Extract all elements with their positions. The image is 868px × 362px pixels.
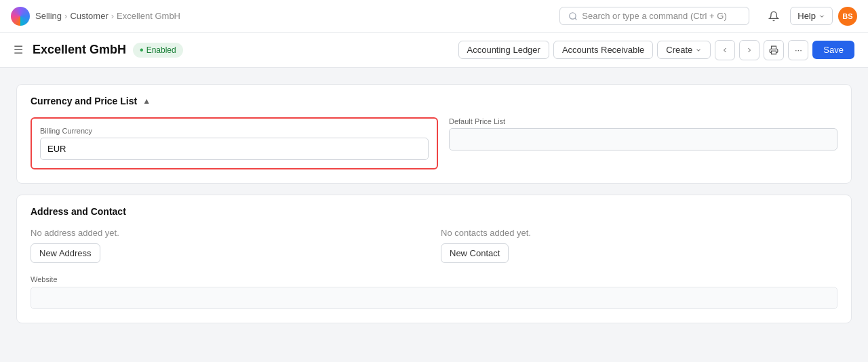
create-label: Create (666, 45, 692, 55)
contact-column: No contacts added yet. New Contact (441, 228, 837, 263)
svg-rect-2 (772, 51, 776, 54)
chevron-right-icon (745, 46, 753, 54)
save-button[interactable]: Save (812, 41, 854, 59)
prev-button[interactable] (715, 40, 735, 60)
currency-price-list-card: Currency and Price List ▲ Billing Curren… (16, 84, 852, 184)
page-header: ☰ Excellent GmbH Enabled Accounting Ledg… (0, 33, 868, 68)
chevron-down-icon (818, 13, 825, 20)
more-options-button[interactable]: ··· (788, 40, 808, 60)
billing-currency-section: Billing Currency (31, 117, 438, 169)
default-price-list-input[interactable] (449, 128, 837, 150)
billing-currency-group: Billing Currency (40, 127, 429, 160)
printer-icon (769, 45, 778, 55)
chevron-down-icon (695, 47, 702, 54)
avatar: BS (838, 7, 857, 26)
no-contacts-text: No contacts added yet. (441, 228, 837, 238)
breadcrumb-current: Excellent GmbH (117, 11, 180, 21)
no-address-text: No address added yet. (31, 228, 427, 238)
create-button[interactable]: Create (657, 41, 711, 59)
page-title: Excellent GmbH (33, 43, 126, 57)
address-contact-row: No address added yet. New Address No con… (31, 228, 837, 263)
address-contact-card: Address and Contact No address added yet… (16, 195, 852, 323)
breadcrumb: Selling › Customer › Excellent GmbH (35, 11, 180, 21)
website-input[interactable] (31, 287, 837, 309)
header-actions: Accounting Ledger Accounts Receivable Cr… (458, 40, 855, 60)
address-column: No address added yet. New Address (31, 228, 427, 263)
currency-form-row: Billing Currency Default Price List (31, 117, 837, 169)
app-logo (11, 7, 30, 26)
chevron-left-icon (721, 46, 729, 54)
new-address-button[interactable]: New Address (31, 243, 100, 263)
accounting-ledger-button[interactable]: Accounting Ledger (458, 41, 549, 59)
section-collapse-icon[interactable]: ▲ (142, 96, 151, 106)
billing-currency-label: Billing Currency (40, 127, 429, 135)
address-section-title: Address and Contact (31, 206, 126, 217)
search-bar[interactable]: Search or type a command (Ctrl + G) (559, 7, 749, 25)
address-section-header: Address and Contact (17, 195, 851, 228)
next-button[interactable] (739, 40, 760, 60)
breadcrumb-customer[interactable]: Customer (70, 11, 108, 21)
bell-icon (768, 11, 779, 22)
breadcrumb-selling[interactable]: Selling (35, 11, 62, 21)
svg-point-0 (570, 12, 576, 18)
menu-icon[interactable]: ☰ (14, 43, 23, 56)
topbar-actions: Help BS (763, 5, 857, 27)
breadcrumb-sep-1: › (64, 11, 67, 21)
currency-section-title: Currency and Price List (31, 96, 137, 106)
new-contact-button[interactable]: New Contact (441, 243, 509, 263)
address-card-body: No address added yet. New Address No con… (17, 228, 851, 323)
notification-bell-button[interactable] (763, 5, 785, 27)
status-badge: Enabled (133, 43, 183, 58)
ellipsis-icon: ··· (795, 45, 802, 55)
billing-currency-input[interactable] (40, 138, 429, 160)
help-button[interactable]: Help (790, 7, 833, 25)
status-label: Enabled (146, 45, 176, 55)
print-button[interactable] (764, 40, 784, 60)
breadcrumb-sep-2: › (111, 11, 114, 21)
search-placeholder: Search or type a command (Ctrl + G) (582, 11, 727, 21)
default-price-list-group: Default Price List (449, 117, 837, 169)
topbar: Selling › Customer › Excellent GmbH Sear… (0, 0, 868, 33)
search-icon (568, 12, 578, 21)
currency-section-header: Currency and Price List ▲ (17, 85, 851, 117)
default-price-list-label: Default Price List (449, 117, 837, 125)
help-label: Help (797, 11, 816, 21)
website-label: Website (31, 275, 58, 283)
main-content: Currency and Price List ▲ Billing Curren… (0, 68, 868, 350)
currency-card-body: Billing Currency Default Price List (17, 117, 851, 183)
accounts-receivable-button[interactable]: Accounts Receivable (553, 41, 653, 59)
website-group: Website (31, 274, 837, 309)
svg-line-1 (575, 18, 577, 20)
